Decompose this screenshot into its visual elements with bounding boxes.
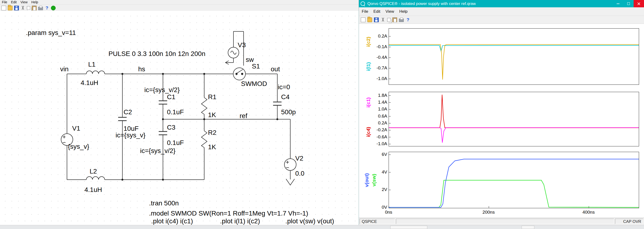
menu-file[interactable]: File [362, 9, 368, 14]
component-l1[interactable] [86, 71, 105, 74]
param-directive[interactable]: .param sys_v=11 [26, 29, 76, 36]
y-tick-label: -0.2A [366, 127, 387, 132]
plot-panel-1[interactable] [388, 92, 639, 146]
schematic-drawing: .param sys_v=11 PULSE 0 3.3 100n 10n 12n… [0, 0, 359, 229]
tran-directive[interactable]: .tran 500n [149, 199, 179, 207]
qspice-schematic-window: File Edit View Help ? [0, 0, 359, 229]
c4-ref[interactable]: C4 [281, 93, 290, 101]
v2-value[interactable]: 0.0 [295, 170, 304, 177]
s1-ref[interactable]: S1 [252, 63, 260, 70]
l1-ref[interactable]: L1 [88, 61, 96, 68]
c4-ic[interactable]: ic=0 [278, 83, 290, 91]
minimize-button[interactable] [613, 0, 623, 7]
net-label-vin[interactable]: vin [60, 65, 68, 73]
maximize-icon [627, 2, 630, 5]
plot-directive-2[interactable]: .plot i(l1) i(c2) [220, 217, 260, 225]
y-tick-label: 0.2A [366, 34, 387, 39]
l2-ref[interactable]: L2 [90, 168, 97, 175]
plot-panel-0[interactable] [388, 28, 639, 85]
c3-value[interactable]: 0.1uF [167, 139, 184, 146]
open-file-icon[interactable] [368, 18, 372, 22]
plot-directive-1[interactable]: .plot i(c4) i(c1) [151, 217, 193, 225]
maximize-button[interactable] [623, 0, 634, 7]
menu-edit[interactable]: Edit [373, 9, 380, 14]
menu-help[interactable]: Help [399, 9, 408, 14]
status-message-area [396, 218, 614, 224]
y-tick-label: 1.4A [366, 100, 387, 105]
net-label-sw[interactable]: sw [246, 56, 254, 63]
c3-ref[interactable]: C3 [167, 124, 176, 131]
y-tick-label: -1.0A [366, 141, 387, 146]
plot-svg-2 [389, 152, 639, 208]
save-icon[interactable] [374, 18, 379, 22]
qspice-waveform-window: Qorvo QSPICE® - isolated power supply wi… [359, 0, 644, 225]
plot-svg-1 [389, 92, 639, 146]
c4-value[interactable]: 500p [281, 108, 296, 116]
waveform-toolbar: ? [359, 16, 644, 24]
close-icon [637, 2, 640, 6]
status-app-name: QSPICE [360, 218, 395, 224]
taskbar-item[interactable] [390, 226, 427, 229]
paste-icon[interactable] [392, 18, 397, 22]
waveform-plot-area: i(c2) i(l1) i(c1) i(c4) v(out) v(sw) 0.2… [359, 24, 644, 217]
c2-ref[interactable]: C2 [124, 108, 132, 116]
net-label-ref[interactable]: ref [240, 112, 247, 119]
cut-icon[interactable] [380, 18, 385, 22]
print-icon[interactable] [399, 19, 404, 22]
window-title: Qorvo QSPICE® - isolated power supply wi… [368, 2, 476, 6]
minimize-icon [617, 4, 620, 4]
help-icon[interactable]: ? [406, 18, 410, 22]
c2-value[interactable]: 10uF [124, 125, 139, 132]
y-tick-label: 0.2A [366, 120, 387, 126]
waveform-statusbar: QSPICE CAP OVR [359, 217, 644, 225]
component-v3[interactable] [228, 47, 239, 58]
component-l2[interactable] [86, 177, 105, 180]
net-label-out[interactable]: out [271, 65, 280, 73]
c2-ic[interactable]: ic={sys_v} [116, 131, 146, 139]
s1-model[interactable]: SWMOD [241, 80, 267, 87]
r1-value[interactable]: 1K [208, 111, 216, 119]
plot-directive-3[interactable]: .plot v(sw) v(out) [285, 217, 334, 225]
plot-panel-2[interactable] [388, 152, 639, 208]
v1-value[interactable]: {sys_v} [68, 143, 89, 150]
taskbar [0, 225, 644, 229]
l2-value[interactable]: 4.1uH [84, 186, 102, 193]
new-file-icon[interactable] [361, 18, 366, 22]
trace-i(c4) [389, 95, 639, 128]
v3-ref[interactable]: V3 [238, 41, 246, 49]
c1-ref[interactable]: C1 [167, 93, 176, 101]
component-c4[interactable] [273, 102, 282, 105]
l1-value[interactable]: 4.1uH [81, 79, 98, 86]
pulse-spec-text[interactable]: PULSE 0 3.3 100n 10n 12n 200n [108, 50, 206, 57]
r2-ref[interactable]: R2 [208, 129, 216, 136]
component-c3[interactable] [159, 131, 167, 135]
y-tick-label: -0.7A [366, 65, 387, 71]
component-c2[interactable] [118, 117, 127, 121]
c1-value[interactable]: 0.1uF [167, 108, 184, 116]
x-tick-label: 400ns [578, 210, 599, 215]
y-tick-label: -0.6A [366, 134, 387, 139]
y-tick-label: 0V [366, 205, 387, 210]
c1-ic[interactable]: ic={sys_v/2} [144, 86, 180, 94]
component-r1[interactable] [202, 98, 207, 114]
v2-ref[interactable]: V2 [295, 155, 303, 162]
x-tick-label: 200ns [478, 210, 499, 215]
c3-ic[interactable]: ic={sys_v/2} [140, 147, 176, 154]
net-label-hs[interactable]: hs [138, 65, 145, 73]
status-cap-ovr: CAP OVR [615, 218, 643, 224]
waveform-menubar: File Edit View Help [359, 7, 644, 16]
v1-ref[interactable]: V1 [72, 125, 80, 132]
close-button[interactable] [634, 0, 644, 7]
component-r2[interactable] [202, 131, 207, 148]
component-s1[interactable] [233, 68, 246, 80]
r1-ref[interactable]: R1 [208, 93, 216, 101]
r2-value[interactable]: 1K [208, 143, 216, 151]
taskbar-item[interactable] [522, 226, 534, 229]
menu-view[interactable]: View [386, 9, 394, 14]
waveform-titlebar[interactable]: Qorvo QSPICE® - isolated power supply wi… [359, 0, 644, 7]
component-c1[interactable] [159, 101, 167, 104]
y-tick-label: -0.4A [366, 55, 387, 60]
model-directive[interactable]: .model SWMOD SW(Ron=1 Roff=1Meg Vt=1.7 V… [149, 210, 308, 217]
y-tick-label: 1.8A [366, 93, 387, 98]
copy-icon[interactable] [387, 18, 390, 22]
